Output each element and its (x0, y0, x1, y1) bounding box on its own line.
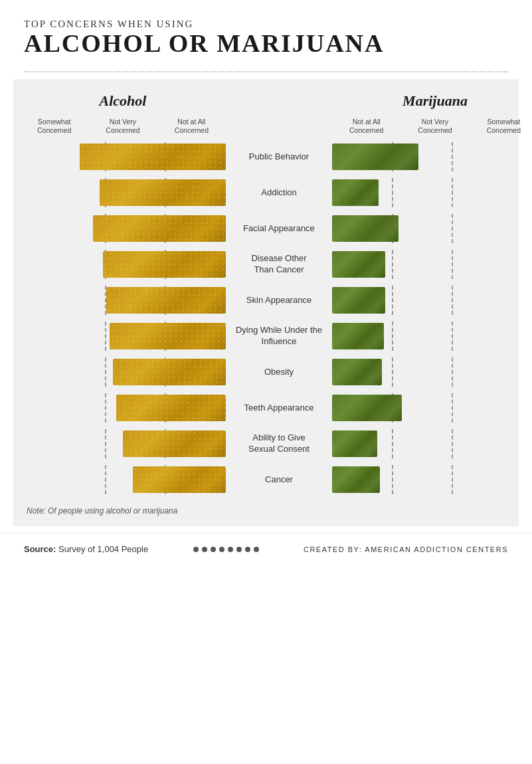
marijuana-sub-headers: Not at AllConcerned Not VeryConcerned So… (332, 118, 532, 136)
marijuana-dashed-line-2 (452, 465, 453, 494)
footer: Source: Survey of 1,004 People CREATED B… (0, 533, 532, 565)
marijuana-dashed-line-1 (392, 286, 393, 315)
marijuana-bar (332, 287, 385, 314)
marijuana-bar-container (332, 320, 532, 352)
row-label: Ability to GiveSexual Consent (226, 432, 332, 455)
header-separator (24, 71, 508, 72)
alcohol-bar-container (20, 141, 226, 173)
row-label: Dying While Under theInfluence (226, 325, 332, 347)
footer-dots (148, 547, 304, 552)
marijuana-bar-container (332, 428, 532, 460)
marijuana-bar (332, 215, 399, 242)
dashed-line-1 (105, 322, 106, 351)
marijuana-dashed-line-1 (392, 465, 393, 494)
footer-dot-2 (202, 547, 207, 552)
footer-source: Source: Survey of 1,004 People (24, 544, 148, 554)
alcohol-bar (123, 430, 226, 457)
footer-source-text: Survey of 1,004 People (58, 544, 148, 554)
marijuana-bars-inner (332, 465, 511, 494)
row-label: Public Behavior (226, 151, 332, 163)
alcohol-sub-header-1: SomewhatConcerned (28, 118, 81, 136)
chart-row: Public Behavior (20, 141, 512, 173)
row-label: Disease OtherThan Cancer (226, 253, 332, 276)
alcohol-bar-container (20, 356, 226, 388)
marijuana-dashed-line-2 (452, 286, 453, 315)
marijuana-bar (332, 179, 379, 206)
row-label: Teeth Appearance (226, 403, 332, 414)
marijuana-bars-inner (332, 322, 511, 351)
alcohol-bar (133, 466, 226, 493)
footer-dot-4 (219, 547, 224, 552)
marijuana-bar-container (332, 141, 532, 173)
alcohol-bar (106, 287, 226, 314)
marijuana-bar (332, 395, 402, 421)
marijuana-bar-container (332, 464, 532, 496)
row-label: Facial Appearance (226, 223, 332, 235)
alcohol-bars-inner (46, 465, 226, 494)
marijuana-dashed-line-2 (452, 322, 453, 351)
alcohol-bars-inner (46, 393, 226, 423)
alcohol-bar-container (20, 392, 226, 424)
marijuana-sub-header-2: Not VeryConcerned (408, 118, 462, 136)
marijuana-bar (332, 143, 418, 170)
footer-dot-3 (211, 547, 216, 552)
chart-rows: Public BehaviorAddictionFacial Appearanc… (20, 141, 512, 500)
chart-row: Facial Appearance (20, 213, 512, 244)
alcohol-bars-inner (46, 178, 226, 207)
row-label: Skin Appearance (226, 295, 332, 306)
marijuana-dashed-line-2 (452, 357, 453, 387)
marijuana-bars-inner (332, 357, 511, 387)
header: TOP CONCERNS WHEN USING ALCOHOL OR MARIJ… (0, 0, 532, 66)
footer-dot-8 (254, 547, 259, 552)
chart-row: Disease OtherThan Cancer (20, 248, 512, 280)
alcohol-bar-container (20, 464, 226, 496)
alcohol-bar (100, 179, 226, 206)
marijuana-dashed-line-1 (392, 178, 393, 207)
alcohol-bar-container (20, 177, 226, 209)
alcohol-bars-inner (46, 214, 226, 243)
marijuana-bars-inner (332, 393, 511, 423)
alcohol-bar (93, 215, 226, 242)
marijuana-sub-header-3: SomewhatConcerned (477, 118, 530, 136)
alcohol-sub-header-3: Not at AllConcerned (165, 118, 218, 136)
dashed-line-1 (105, 429, 106, 458)
chart-row: Dying While Under theInfluence (20, 320, 512, 352)
marijuana-bar (332, 251, 385, 278)
marijuana-dashed-line-2 (452, 250, 453, 279)
marijuana-bar (332, 323, 384, 349)
dashed-line-1 (105, 465, 106, 494)
alcohol-bar (116, 395, 226, 421)
main-content: Alcohol Marijuana SomewhatConcerned Not … (13, 79, 519, 526)
column-headers: Alcohol Marijuana (20, 92, 512, 110)
marijuana-bar (332, 430, 377, 457)
marijuana-dashed-line-1 (392, 250, 393, 279)
page: TOP CONCERNS WHEN USING ALCOHOL OR MARIJ… (0, 0, 532, 565)
alcohol-bar-container (20, 320, 226, 352)
marijuana-dashed-line-1 (392, 357, 393, 387)
footer-dot-7 (245, 547, 250, 552)
footer-source-label: Source: (24, 544, 56, 554)
marijuana-bar-container (332, 392, 532, 424)
chart-row: Addiction (20, 177, 512, 209)
header-title: ALCOHOL OR MARIJUANA (24, 30, 508, 58)
alcohol-bar (103, 251, 226, 278)
alcohol-bars-inner (46, 286, 226, 315)
chart-note: Note: Of people using alcohol or marijua… (20, 506, 512, 516)
alcohol-bars-inner (46, 357, 226, 387)
alcohol-sub-header-2: Not VeryConcerned (96, 118, 149, 136)
footer-dot-6 (236, 547, 242, 552)
dashed-line-1 (105, 357, 106, 387)
marijuana-bar-container (332, 248, 532, 280)
marijuana-bar-container (332, 213, 532, 244)
marijuana-dashed-line-2 (452, 429, 453, 458)
marijuana-bar (332, 466, 380, 493)
row-label: Cancer (226, 474, 332, 486)
dashed-line-1 (105, 393, 106, 423)
chart-row: Ability to GiveSexual Consent (20, 428, 512, 460)
row-label: Obesity (226, 367, 332, 378)
alcohol-bar-container (20, 284, 226, 316)
row-label: Addiction (226, 187, 332, 199)
marijuana-dashed-line-2 (452, 142, 453, 171)
marijuana-bar-container (332, 177, 532, 209)
alcohol-sub-headers: SomewhatConcerned Not VeryConcerned Not … (20, 118, 226, 136)
